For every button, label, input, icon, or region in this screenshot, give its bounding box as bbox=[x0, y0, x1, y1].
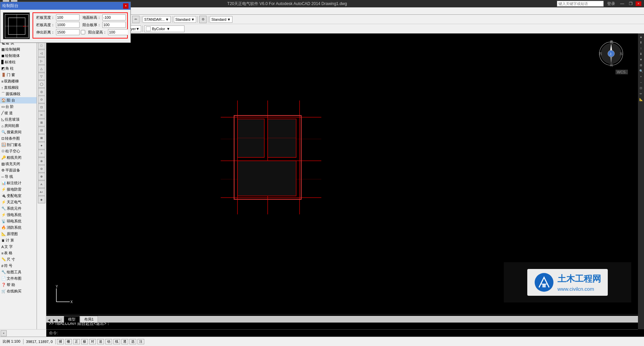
left-item-balcony[interactable]: 🏠 阳 台 bbox=[0, 97, 37, 103]
toolbar-btn-14[interactable]: ✏ bbox=[132, 16, 140, 23]
left-item-schematic[interactable]: 📐 原理图 bbox=[0, 231, 37, 237]
right-icon-1[interactable]: ▲ bbox=[638, 34, 644, 40]
restore-btn[interactable]: ❐ bbox=[627, 1, 634, 6]
icon-btn-7[interactable]: ◯ bbox=[38, 80, 45, 88]
otrack-toggle[interactable]: 追 bbox=[97, 339, 104, 344]
grid-toggle[interactable]: 栅 bbox=[65, 339, 72, 344]
ortho-toggle[interactable]: 正 bbox=[73, 339, 80, 344]
icon-btn-6[interactable]: ▽ bbox=[38, 73, 45, 80]
tab-scroll-left[interactable]: ◀ bbox=[46, 317, 52, 323]
left-item-plane-device[interactable]: ⚙ 平面设备 bbox=[0, 167, 37, 174]
left-item-axis-net[interactable]: ▦ 绘制轴网 bbox=[0, 46, 37, 53]
icon-btn-2[interactable]: □ bbox=[38, 42, 45, 49]
icon-btn-9[interactable]: ⊙ bbox=[38, 96, 45, 103]
toolbar-btn-15[interactable]: ⚙ bbox=[199, 16, 207, 23]
icon-btn-8[interactable]: ◎ bbox=[38, 88, 45, 95]
left-item-guide-line[interactable]: ─ 导 线 bbox=[0, 174, 37, 180]
right-icon-8[interactable]: + bbox=[638, 74, 644, 79]
left-item-file-layout[interactable]: 📄 文件布图 bbox=[0, 275, 37, 282]
tab-scroll-right1[interactable]: ▶ bbox=[52, 317, 57, 323]
lan-ban-gao-du-input[interactable] bbox=[56, 22, 79, 28]
left-item-weak-elec[interactable]: 📡 弱电系统 bbox=[0, 218, 37, 224]
icon-btn-13[interactable]: ⊟ bbox=[38, 127, 45, 134]
left-item-wall[interactable]: ◼ 绘制墙体 bbox=[0, 53, 37, 59]
left-item-door-window-name[interactable]: 🪟 剖门窗名 bbox=[0, 142, 37, 148]
right-icon-7[interactable]: 🔍 bbox=[638, 68, 644, 74]
icon-btn-17[interactable]: ⊕ bbox=[38, 157, 45, 165]
left-item-angle-col[interactable]: ◩ 角 柱 bbox=[0, 65, 37, 72]
minimize-btn[interactable]: — bbox=[619, 1, 626, 6]
icon-btn-11[interactable]: ∞ bbox=[38, 111, 45, 119]
tp-toggle[interactable]: 透 bbox=[121, 339, 128, 344]
tab-layout1[interactable]: 布局1 bbox=[80, 316, 98, 323]
left-item-search-room[interactable]: 🔍 搜索房间 bbox=[0, 129, 37, 135]
left-item-draw-tool[interactable]: 🔧 绘图工具 bbox=[0, 269, 37, 275]
osnap-toggle[interactable]: 对 bbox=[89, 339, 96, 344]
left-item-door-window[interactable]: 🚪 门 窗 bbox=[0, 72, 37, 78]
left-item-tianzheng-elec[interactable]: ⚡ 天正电气 bbox=[0, 199, 37, 205]
icon-btn-5[interactable]: △ bbox=[38, 65, 45, 72]
left-item-ramp[interactable]: ╱ 坡 道 bbox=[0, 110, 37, 116]
lan-ban-kuan-du-input[interactable] bbox=[56, 14, 79, 20]
left-item-ground-lightning[interactable]: ⚡ 接地防雷 bbox=[0, 186, 37, 193]
right-icon-12[interactable]: 📐 bbox=[638, 97, 644, 102]
right-icon-6[interactable]: ⚙ bbox=[638, 63, 644, 68]
left-item-room-outline[interactable]: ⌂ 房间轮廓 bbox=[0, 123, 37, 129]
search-input[interactable] bbox=[557, 1, 604, 7]
icon-btn-10[interactable]: ⊡ bbox=[38, 103, 45, 111]
left-item-help[interactable]: ❓ 帮 助 bbox=[0, 282, 37, 288]
right-icon-2[interactable]: ⬆ bbox=[638, 40, 644, 45]
right-icon-11[interactable]: ✏ bbox=[638, 91, 644, 96]
tab-model[interactable]: 模型 bbox=[64, 316, 80, 323]
left-item-convert-cond[interactable]: ⊡ 转条件图 bbox=[0, 135, 37, 142]
right-icon-5[interactable]: ▼ bbox=[638, 57, 644, 62]
cad-canvas[interactable]: 北 南 东 西 上 WCS. Y X bbox=[46, 33, 638, 329]
left-item-symbol[interactable]: # 符 号 bbox=[0, 263, 37, 269]
left-item-stair-arc[interactable]: ⌒ 圆弧梯段 bbox=[0, 91, 37, 97]
left-item-dim[interactable]: 📏 尺 寸 bbox=[0, 256, 37, 263]
annot-toggle[interactable]: 注 bbox=[138, 339, 144, 344]
icon-btn-4[interactable]: ▷ bbox=[38, 57, 45, 65]
icon-btn-14[interactable]: ⊠ bbox=[38, 134, 45, 142]
standard-combo-1[interactable]: STANDAR... ▼ bbox=[143, 16, 171, 23]
icon-btn-18[interactable]: ⊖ bbox=[38, 165, 45, 172]
login-btn[interactable]: 登录 bbox=[605, 1, 617, 7]
bycolor-combo[interactable]: ByColor ▼ bbox=[144, 25, 184, 32]
left-item-fill-close[interactable]: ▨ 填充关闭 bbox=[0, 161, 37, 167]
left-item-col-hollow[interactable]: ☉ 柱子空心 bbox=[0, 148, 37, 154]
command-text-input[interactable] bbox=[58, 331, 635, 336]
left-item-thick-close[interactable]: 🔑 粗线关闭 bbox=[0, 154, 37, 161]
shen-chu-ju-li-input[interactable] bbox=[56, 29, 79, 35]
standard-combo-3[interactable]: Standard ▼ bbox=[210, 16, 232, 23]
right-icon-4[interactable]: ⬇ bbox=[638, 51, 644, 57]
left-item-power-room[interactable]: 🔌 变配电室 bbox=[0, 193, 37, 199]
left-item-step[interactable]: ▭ 台 阶 bbox=[0, 103, 37, 110]
icon-btn-15[interactable]: ✦ bbox=[38, 142, 45, 149]
yang-tai-ban-hou-input[interactable] bbox=[102, 22, 126, 28]
icon-btn-16[interactable]: ✧ bbox=[38, 150, 45, 157]
dialog-close-btn[interactable]: × bbox=[123, 3, 128, 9]
snap-toggle[interactable]: 捕 bbox=[57, 339, 64, 344]
yang-tai-liang-gao-input[interactable] bbox=[108, 29, 128, 35]
standard-combo-2[interactable]: Standard ▼ bbox=[174, 16, 197, 23]
left-item-standard-col[interactable]: ▊ 标准柱 bbox=[0, 59, 37, 65]
tab-scroll-right2[interactable]: ▶| bbox=[57, 317, 62, 323]
left-item-stair-linear[interactable]: ↑ 直线梯段 bbox=[0, 84, 37, 91]
icon-btn-3[interactable]: ◁ bbox=[38, 50, 45, 57]
left-item-strong-elec[interactable]: ⚡ 强电系统 bbox=[0, 212, 37, 218]
right-icon-9[interactable]: − bbox=[638, 80, 644, 85]
close-cmd-btn[interactable]: × bbox=[1, 330, 7, 336]
left-item-text[interactable]: A 文 字 bbox=[0, 244, 37, 250]
icon-btn-20[interactable]: A bbox=[38, 181, 45, 188]
left-item-table[interactable]: ≡ 表 格 bbox=[0, 250, 37, 256]
right-icon-10[interactable]: ⊡ bbox=[638, 85, 644, 91]
dyn-toggle[interactable]: 动 bbox=[105, 339, 112, 344]
left-item-fire[interactable]: 🔥 消防系统 bbox=[0, 224, 37, 231]
left-item-buy[interactable]: 🛒 在线购买 bbox=[0, 288, 37, 294]
polar-toggle[interactable]: 极 bbox=[81, 339, 88, 344]
left-item-stair-double[interactable]: ≡ 双跑楼梯 bbox=[0, 78, 37, 84]
left-item-any-slope[interactable]: ◺ 任意坡顶 bbox=[0, 116, 37, 123]
icon-btn-12[interactable]: ⊞ bbox=[38, 119, 45, 126]
icon-btn-21[interactable]: A+ bbox=[38, 188, 45, 196]
di-mian-biao-gao-input[interactable] bbox=[102, 14, 126, 20]
